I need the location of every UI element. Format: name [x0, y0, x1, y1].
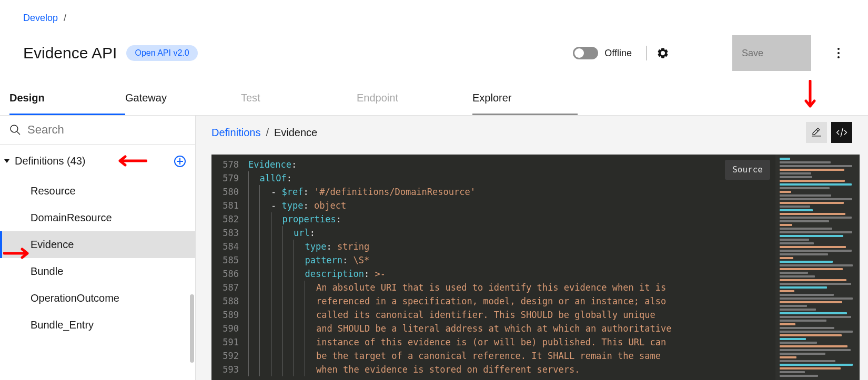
page-title: Evidence API — [23, 44, 117, 62]
sidebar-item-resource[interactable]: Resource — [0, 178, 195, 204]
add-definition-button[interactable] — [174, 156, 186, 167]
save-button: Save — [732, 35, 811, 71]
panel-breadcrumb-root[interactable]: Definitions — [211, 127, 260, 139]
settings-button[interactable] — [657, 47, 669, 59]
sidebar-item-bundle[interactable]: Bundle — [0, 258, 195, 285]
breadcrumb: Develop / — [0, 0, 868, 24]
definitions-list: ResourceDomainResourceEvidenceBundleOper… — [0, 178, 195, 380]
online-status-label: Offline — [604, 48, 632, 59]
code-editor[interactable]: 5785795805815825835845855865875885895905… — [211, 155, 860, 380]
annotation-arrow-selected — [3, 247, 32, 260]
chevron-down-icon — [4, 159, 9, 163]
overflow-menu-button[interactable] — [832, 43, 845, 64]
breadcrumb-separator: / — [64, 13, 66, 23]
tab-design[interactable]: Design — [9, 83, 125, 115]
page-header: Evidence API Open API v2.0 Offline Save — [0, 24, 868, 77]
source-view-button[interactable] — [831, 122, 852, 143]
divider — [647, 46, 647, 60]
source-badge: Source — [725, 160, 770, 180]
gear-icon — [657, 47, 669, 59]
code-icon — [836, 127, 847, 138]
tab-endpoint[interactable]: Endpoint — [357, 83, 472, 115]
annotation-arrow-left — [116, 155, 147, 167]
search-input[interactable] — [27, 123, 186, 137]
edit-icon — [811, 127, 822, 138]
breadcrumb-root[interactable]: Develop — [23, 13, 58, 23]
definitions-section-header[interactable]: Definitions (43) — [0, 145, 195, 178]
panel-breadcrumb-current: Evidence — [274, 127, 317, 139]
scrollbar-thumb[interactable] — [190, 294, 194, 363]
tab-explorer[interactable]: Explorer — [472, 83, 578, 115]
line-gutter: 5785795805815825835845855865875885895905… — [211, 155, 248, 380]
code-content: Evidence: allOf: - $ref: '#/definitions/… — [248, 155, 770, 380]
online-toggle[interactable] — [573, 47, 598, 59]
minimap[interactable] — [775, 155, 860, 380]
sidebar-item-bundle_entry[interactable]: Bundle_Entry — [0, 312, 195, 338]
sidebar-item-operationoutcome[interactable]: OperationOutcome — [0, 285, 195, 312]
definitions-section-label: Definitions (43) — [15, 155, 174, 167]
tab-gateway[interactable]: Gateway — [125, 83, 241, 115]
panel-breadcrumb-sep: / — [266, 127, 269, 139]
search-icon — [9, 124, 21, 136]
editor-panel: Definitions / Evidence 57857958058158258… — [196, 116, 868, 380]
tab-test[interactable]: Test — [241, 83, 357, 115]
annotation-arrow-right — [804, 80, 816, 111]
form-view-button[interactable] — [806, 122, 827, 143]
sidebar-item-domainresource[interactable]: DomainResource — [0, 204, 195, 231]
tab-bar: Design Gateway Test Endpoint Explorer — [0, 83, 868, 116]
api-version-badge: Open API v2.0 — [126, 45, 197, 61]
